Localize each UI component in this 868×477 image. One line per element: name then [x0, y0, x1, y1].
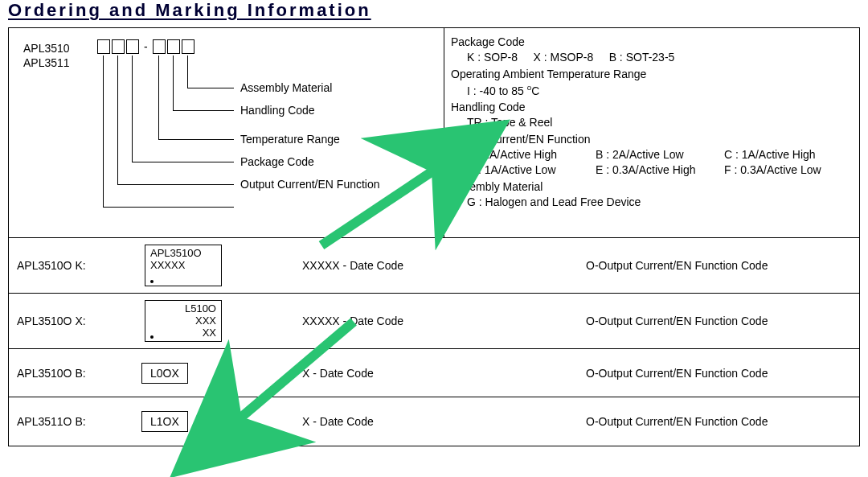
- label-output-current-en: Output Current/EN Function: [240, 178, 380, 191]
- code-A: A : 2A/Active High: [467, 147, 596, 162]
- pin1-dot-icon: [150, 280, 154, 283]
- marking-chip: APL3510OXXXXX: [145, 245, 222, 286]
- temperature-header: Operating Ambient Temperature Range: [451, 67, 853, 82]
- box: [126, 39, 139, 54]
- marking-chip-xx: XX: [203, 327, 216, 339]
- marking-chip-wrap: L1OX: [141, 411, 254, 432]
- code-D: D : 1A/Active Low: [467, 162, 596, 178]
- code-C: C : 1A/Active High: [724, 147, 853, 162]
- marking-row: APL3510O K:APL3510OXXXXXXXXXX - Date Cod…: [9, 238, 859, 294]
- code-E: E : 0.3A/Active High: [596, 162, 724, 178]
- marking-chip-wrap: APL3510OXXXXX: [141, 245, 254, 286]
- output-header: Output Current/EN Function: [451, 132, 853, 147]
- code-B2: B : 2A/Active Low: [596, 147, 724, 162]
- label-temperature-range: Temperature Range: [240, 133, 340, 146]
- package-code-items: K : SOP-8 X : MSOP-8 B : SOT-23-5: [451, 50, 853, 65]
- marking-part: APL3510O K:: [17, 259, 141, 272]
- part-number-1: APL3511: [23, 56, 70, 70]
- code-K: K : SOP-8: [467, 51, 518, 64]
- box: [167, 39, 180, 54]
- code-I: I : -40 to 85 oC: [451, 82, 853, 99]
- box: [112, 39, 125, 54]
- marking-chip: L0OX: [141, 363, 188, 384]
- part-number-0: APL3510: [23, 41, 70, 56]
- package-code-header: Package Code: [451, 35, 853, 50]
- marking-row: APL3510O X:L510OXXXXXXXXXX - Date CodeO-…: [9, 294, 859, 349]
- marking-function-code: O-Output Current/EN Function Code: [586, 259, 851, 272]
- code-F: F : 0.3A/Active Low: [724, 162, 853, 178]
- marking-part: APL3511O B:: [17, 415, 141, 428]
- marking-function-code: O-Output Current/EN Function Code: [586, 415, 851, 428]
- code-G: G : Halogen and Lead Free Device: [451, 195, 853, 210]
- marking-chip-wrap: L510OXXXXX: [141, 300, 254, 342]
- marking-row: APL3511O B:L1OXX - Date CodeO-Output Cur…: [9, 397, 859, 446]
- dash: -: [144, 40, 148, 53]
- marking-date-code: XXXXX - Date Code: [254, 315, 586, 327]
- part-number-diagram: APL3510 APL3511 -: [9, 28, 444, 237]
- marking-date-code: X - Date Code: [254, 367, 586, 380]
- code-B: B : SOT-23-5: [609, 51, 675, 64]
- marking-chip: L1OX: [141, 411, 188, 432]
- label-package-code: Package Code: [240, 155, 314, 168]
- codes-legend: Package Code K : SOP-8 X : MSOP-8 B : SO…: [444, 28, 859, 237]
- marking-chip: L510OXXXXX: [145, 300, 222, 342]
- label-assembly-material: Assembly Material: [240, 81, 332, 94]
- marking-date-code: XXXXX - Date Code: [254, 259, 586, 272]
- page-title: Ordering and Marking Information: [8, 0, 860, 21]
- assembly-header: Assembly Material: [451, 179, 853, 195]
- label-handling-code: Handling Code: [240, 104, 315, 117]
- marking-part: APL3510O X:: [17, 315, 141, 327]
- handling-header: Handling Code: [451, 100, 853, 115]
- marking-date-code: X - Date Code: [254, 415, 586, 428]
- marking-part: APL3510O B:: [17, 367, 141, 380]
- ordering-table: APL3510 APL3511 -: [8, 27, 860, 446]
- box: [182, 39, 194, 54]
- marking-function-code: O-Output Current/EN Function Code: [586, 367, 851, 380]
- marking-function-code: O-Output Current/EN Function Code: [586, 315, 851, 327]
- marking-row: APL3510O B:L0OXX - Date CodeO-Output Cur…: [9, 349, 859, 397]
- box: [97, 39, 110, 54]
- code-TR: TR : Tape & Reel: [451, 115, 853, 130]
- code-X: X : MSOP-8: [533, 51, 593, 64]
- pin1-dot-icon: [150, 335, 154, 339]
- box: [153, 39, 166, 54]
- marking-chip-wrap: L0OX: [141, 363, 254, 384]
- code-boxes: -: [97, 39, 194, 54]
